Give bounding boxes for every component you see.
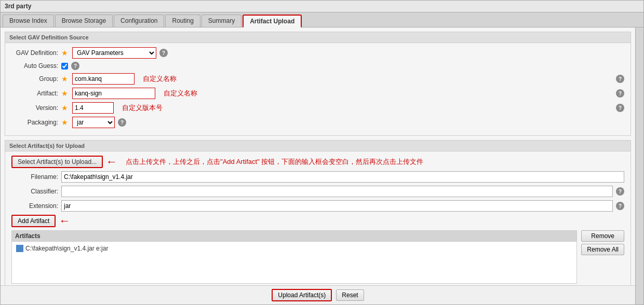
tab-summary[interactable]: Summary [202, 15, 242, 27]
version-row: Version: ★ 自定义版本号 ? [11, 102, 624, 114]
classifier-input[interactable] [61, 186, 613, 197]
classifier-help-icon[interactable]: ? [616, 187, 624, 196]
artifacts-buttons: Remove Remove All [581, 230, 624, 284]
artifact-label: Artifact: [11, 90, 58, 97]
group-annotation: 自定义名称 [143, 74, 177, 84]
gav-definition-row: GAV Definition: ★ GAV Parameters ? [11, 47, 624, 59]
extension-help-icon[interactable]: ? [616, 202, 624, 210]
gav-star: ★ [61, 49, 68, 57]
artifact-help-icon[interactable]: ? [616, 89, 624, 98]
add-artifact-row: Add Artifact ← [11, 215, 624, 227]
content-area: Select GAV Definition Source GAV Definit… [1, 27, 635, 285]
gav-definition-label: GAV Definition: [11, 49, 58, 57]
artifact-input[interactable] [72, 88, 155, 99]
scrollbar[interactable] [635, 27, 643, 304]
gav-section-body: GAV Definition: ★ GAV Parameters ? Auto … [5, 43, 630, 135]
version-annotation: 自定义版本号 [122, 103, 163, 113]
upload-section: Select Artifact(s) for Upload Select Art… [5, 140, 631, 285]
bottom-annotation-row: 点击按钮上传jar包 ↑ [11, 284, 624, 285]
title-bar: 3rd party [1, 1, 643, 12]
tab-browse-index[interactable]: Browse Index [3, 15, 54, 27]
gav-select-wrapper[interactable]: GAV Parameters [72, 47, 156, 59]
group-star: ★ [61, 75, 68, 83]
main-layout: Select GAV Definition Source GAV Definit… [1, 27, 643, 304]
group-help-icon[interactable]: ? [616, 75, 624, 83]
filename-label: Filename: [11, 173, 58, 181]
gav-section-header: Select GAV Definition Source [5, 32, 630, 43]
main-content: Select GAV Definition Source GAV Definit… [1, 27, 635, 304]
gav-select[interactable]: GAV Parameters [73, 48, 156, 58]
gav-section: Select GAV Definition Source GAV Definit… [5, 32, 631, 136]
packaging-star: ★ [61, 118, 68, 127]
bottom-bar: Upload Artifact(s) Reset [1, 285, 635, 304]
artifacts-list-wrapper: Artifacts C:\fakepath\sign_v1.4.jar e:ja… [11, 230, 577, 284]
artifact-item: C:\fakepath\sign_v1.4.jar e:jar [14, 244, 574, 253]
artifacts-list-header: Artifacts [12, 231, 576, 242]
arrow-select-icon: ← [106, 156, 117, 168]
group-label: Group: [11, 75, 58, 82]
extension-label: Extension: [11, 202, 58, 210]
upload-artifacts-button[interactable]: Upload Artifact(s) [272, 289, 332, 301]
upload-section-body: Select Artifact(s) to Upload... ← 点击上传文件… [5, 151, 630, 285]
version-help-icon[interactable]: ? [616, 104, 624, 112]
extension-input[interactable] [61, 200, 613, 212]
packaging-help-icon[interactable]: ? [118, 118, 126, 127]
artifacts-list: Artifacts C:\fakepath\sign_v1.4.jar e:ja… [11, 230, 577, 284]
artifact-annotation: 自定义名称 [164, 89, 197, 98]
artifact-star: ★ [61, 89, 68, 98]
version-input[interactable] [72, 102, 114, 114]
group-input[interactable] [72, 73, 135, 85]
main-window: 3rd party Browse Index Browse Storage Co… [0, 0, 644, 305]
reset-button[interactable]: Reset [336, 289, 364, 301]
tab-configuration[interactable]: Configuration [114, 15, 164, 27]
tab-browse-storage[interactable]: Browse Storage [55, 15, 113, 27]
upload-section-header: Select Artifact(s) for Upload [5, 141, 630, 151]
artifacts-area: Artifacts C:\fakepath\sign_v1.4.jar e:ja… [11, 230, 624, 284]
select-annotation: 点击上传文件，上传之后，点击"Add Artifact" 按钮，下面的输入框会变… [126, 157, 423, 167]
tab-artifact-upload[interactable]: Artifact Upload [243, 15, 302, 27]
artifacts-list-body: C:\fakepath\sign_v1.4.jar e:jar [12, 242, 576, 283]
classifier-row: Classifier: ? [11, 186, 624, 197]
filename-input[interactable] [61, 171, 624, 183]
packaging-select[interactable]: jar [73, 117, 114, 128]
tab-routing[interactable]: Routing [165, 15, 200, 27]
auto-guess-help-icon[interactable]: ? [71, 62, 79, 70]
packaging-row: Packaging: ★ jar ? [11, 117, 624, 128]
tab-bar: Browse Index Browse Storage Configuratio… [1, 12, 643, 27]
remove-button[interactable]: Remove [581, 230, 624, 242]
add-artifact-button[interactable]: Add Artifact [11, 215, 56, 227]
auto-guess-checkbox-wrapper [61, 63, 68, 70]
artifact-file-icon [16, 245, 23, 252]
window-title: 3rd party [5, 3, 31, 10]
select-artifacts-button[interactable]: Select Artifact(s) to Upload... [11, 156, 103, 168]
version-star: ★ [61, 104, 68, 112]
gav-help-icon[interactable]: ? [159, 49, 168, 57]
auto-guess-label: Auto Guess: [11, 62, 58, 70]
select-artifacts-row: Select Artifact(s) to Upload... ← 点击上传文件… [11, 156, 624, 168]
artifact-row: Artifact: ★ 自定义名称 ? [11, 88, 624, 99]
classifier-label: Classifier: [11, 188, 58, 195]
packaging-label: Packaging: [11, 119, 58, 126]
auto-guess-row: Auto Guess: ? [11, 62, 624, 70]
arrow-add-icon: ← [59, 215, 70, 227]
filename-row: Filename: [11, 171, 624, 183]
group-row: Group: ★ 自定义名称 ? [11, 73, 624, 85]
version-label: Version: [11, 104, 58, 112]
packaging-select-wrapper[interactable]: jar [72, 117, 115, 128]
arrow-upload-icon: ↑ [608, 284, 614, 285]
artifact-item-text: C:\fakepath\sign_v1.4.jar e:jar [25, 245, 108, 252]
extension-row: Extension: ? [11, 200, 624, 212]
remove-all-button[interactable]: Remove All [581, 244, 624, 255]
auto-guess-checkbox[interactable] [61, 63, 68, 70]
